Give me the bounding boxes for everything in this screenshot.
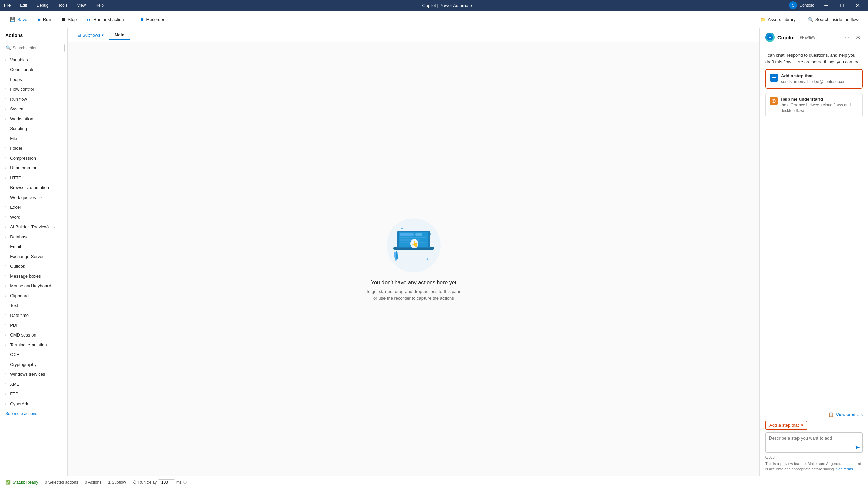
- chevron-icon: ›: [5, 176, 6, 180]
- stop-button[interactable]: ⏹ Stop: [57, 15, 81, 24]
- action-excel[interactable]: › Excel: [0, 202, 67, 212]
- window-controls[interactable]: ─ □ ✕: [818, 0, 865, 11]
- menu-file[interactable]: File: [3, 3, 12, 8]
- title-bar: File Edit Debug Tools View Help Copilot …: [0, 0, 868, 11]
- user-area[interactable]: C Contoso: [789, 1, 814, 9]
- action-variables[interactable]: › Variables: [0, 55, 67, 65]
- run-next-action-button[interactable]: ⏭ Run next action: [82, 15, 128, 24]
- action-ocr[interactable]: › OCR: [0, 350, 67, 360]
- action-label: Conditionals: [10, 67, 34, 72]
- run-delay-label: Run delay: [138, 480, 157, 485]
- action-word[interactable]: › Word: [0, 212, 67, 222]
- action-ui-automation[interactable]: › UI automation: [0, 163, 67, 173]
- action-text[interactable]: › Text: [0, 301, 67, 310]
- save-button[interactable]: 💾 Save: [5, 15, 32, 24]
- copilot-more-button[interactable]: ⋯: [842, 33, 852, 42]
- delay-info-icon: ⓘ: [183, 479, 187, 485]
- action-flow-control[interactable]: › Flow control: [0, 84, 67, 94]
- action-cmd-session[interactable]: › CMD session: [0, 330, 67, 340]
- recorder-button[interactable]: ⏺ Recorder: [136, 15, 169, 24]
- prompt-type-chevron-icon: ▾: [801, 423, 803, 428]
- search-flow-button[interactable]: 🔍 Search inside the flow: [804, 15, 863, 24]
- action-clipboard[interactable]: › Clipboard: [0, 291, 67, 301]
- action-email[interactable]: › Email: [0, 242, 67, 251]
- action-run-flow[interactable]: › Run flow: [0, 94, 67, 104]
- empty-state-desc-line2: or use the recorder to capture the actio…: [366, 295, 462, 302]
- stop-icon: ⏹: [61, 17, 66, 22]
- view-prompts-button[interactable]: 📋 View prompts: [765, 412, 863, 417]
- suggestion-add-step[interactable]: Add a step that sends an email to lee@co…: [765, 69, 863, 89]
- title-bar-menu[interactable]: File Edit Debug Tools View Help: [3, 3, 105, 8]
- svg-rect-8: [415, 233, 422, 236]
- tab-main[interactable]: Main: [109, 30, 130, 40]
- action-cryptography[interactable]: › Cryptography: [0, 360, 67, 369]
- action-browser-automation[interactable]: › Browser automation: [0, 183, 67, 192]
- action-label: Text: [10, 303, 18, 308]
- action-workstation[interactable]: › Workstation: [0, 114, 67, 124]
- menu-tools[interactable]: Tools: [57, 3, 69, 8]
- user-avatar: C: [789, 1, 797, 9]
- suggestion-add-desc: sends an email to lee@contoso.com: [781, 79, 847, 85]
- assets-library-button[interactable]: 📁 Assets Library: [756, 15, 800, 24]
- action-ftp[interactable]: › FTP: [0, 389, 67, 399]
- menu-debug[interactable]: Debug: [35, 3, 50, 8]
- maximize-button[interactable]: □: [834, 0, 850, 11]
- chevron-icon: ›: [5, 343, 6, 347]
- prompt-type-selector[interactable]: Add a step that ▾: [765, 421, 807, 430]
- action-scripting[interactable]: › Scripting: [0, 124, 67, 134]
- action-conditionals[interactable]: › Conditionals: [0, 65, 67, 75]
- chevron-icon: ›: [5, 146, 6, 150]
- suggestion-add-icon: [770, 74, 778, 82]
- chevron-icon: ›: [5, 255, 6, 258]
- action-label: Cryptography: [10, 362, 36, 367]
- title-bar-right: C Contoso ─ □ ✕: [789, 0, 865, 11]
- copilot-close-button[interactable]: ✕: [853, 33, 863, 42]
- search-actions-icon: 🔍: [6, 45, 11, 50]
- run-delay-area: ⏱ Run delay ms ⓘ: [133, 479, 187, 485]
- action-date-time[interactable]: › Date time: [0, 310, 67, 320]
- main-layout: Actions 🔍 › Variables › Conditionals › L…: [0, 28, 868, 476]
- action-ai-builder[interactable]: › AI Builder (Preview) ◇: [0, 222, 67, 232]
- chevron-icon: ›: [5, 215, 6, 219]
- action-label: HTTP: [10, 175, 21, 180]
- action-mouse-keyboard[interactable]: › Mouse and keyboard: [0, 281, 67, 291]
- action-label: Excel: [10, 205, 21, 210]
- action-compression[interactable]: › Compression: [0, 153, 67, 163]
- action-windows-services[interactable]: › Windows services: [0, 369, 67, 379]
- see-more-actions[interactable]: See more actions: [0, 409, 67, 419]
- search-actions-box[interactable]: 🔍: [3, 44, 65, 52]
- send-button[interactable]: ➤: [855, 444, 860, 451]
- run-delay-input[interactable]: [158, 479, 175, 485]
- action-http[interactable]: › HTTP: [0, 173, 67, 183]
- search-icon: 🔍: [808, 17, 813, 22]
- run-button[interactable]: ▶ Run: [33, 15, 56, 24]
- action-work-queues[interactable]: › Work queues ◇: [0, 192, 67, 202]
- action-system[interactable]: › System: [0, 104, 67, 114]
- action-message-boxes[interactable]: › Message boxes: [0, 271, 67, 281]
- subflows-button[interactable]: ⊞ Subflows ▾: [73, 30, 108, 40]
- action-xml[interactable]: › XML: [0, 379, 67, 389]
- close-button[interactable]: ✕: [850, 0, 865, 11]
- chevron-icon: ›: [5, 186, 6, 189]
- menu-edit[interactable]: Edit: [19, 3, 28, 8]
- action-cyberark[interactable]: › CyberArk: [0, 399, 67, 409]
- action-loops[interactable]: › Loops: [0, 75, 67, 84]
- search-actions-input[interactable]: [13, 46, 62, 50]
- action-pdf[interactable]: › PDF: [0, 320, 67, 330]
- action-file[interactable]: › File: [0, 134, 67, 143]
- suggestion-help-understand[interactable]: Help me understand the difference betwee…: [765, 93, 863, 118]
- action-terminal-emulation[interactable]: › Terminal emulation: [0, 340, 67, 350]
- menu-help[interactable]: Help: [94, 3, 105, 8]
- copilot-intro: I can chat, respond to questions, and he…: [765, 52, 863, 65]
- see-terms-link[interactable]: See terms: [836, 467, 853, 471]
- action-exchange-server[interactable]: › Exchange Server: [0, 251, 67, 261]
- action-folder[interactable]: › Folder: [0, 143, 67, 153]
- chevron-icon: ›: [5, 156, 6, 160]
- action-outlook[interactable]: › Outlook: [0, 261, 67, 271]
- minimize-button[interactable]: ─: [818, 0, 834, 11]
- menu-view[interactable]: View: [76, 3, 87, 8]
- delay-unit: ms: [176, 480, 182, 485]
- prompt-input[interactable]: [765, 432, 863, 453]
- action-database[interactable]: › Database: [0, 232, 67, 242]
- action-label: AI Builder (Preview): [10, 224, 49, 229]
